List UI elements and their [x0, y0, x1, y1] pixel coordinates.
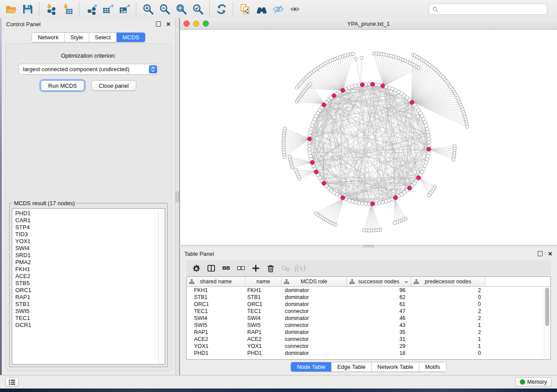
zoom-out-button[interactable]: [157, 3, 172, 16]
delete-column-button[interactable]: [264, 262, 277, 275]
mcds-result-item[interactable]: ORC1: [15, 287, 165, 294]
mcds-result-item[interactable]: FKH1: [15, 266, 165, 273]
tab-network-table[interactable]: Network Table: [372, 362, 419, 371]
tab-motifs[interactable]: Motifs: [419, 362, 446, 371]
float-panel-icon[interactable]: [156, 21, 161, 27]
binoculars-icon: [256, 3, 267, 15]
mcds-result-item[interactable]: STP4: [15, 224, 165, 231]
zoom-fit-button[interactable]: [174, 3, 189, 16]
table-row-SWI5[interactable]: SWI5SWI5connector431: [187, 322, 550, 329]
toolbar-separator: [233, 2, 234, 16]
column-visibility-button[interactable]: [204, 262, 218, 275]
table-scrollbar-thumb[interactable]: [545, 288, 549, 326]
save-session-button[interactable]: [20, 3, 35, 16]
close-panel-icon[interactable]: ✕: [166, 21, 171, 27]
tab-select[interactable]: Select: [89, 33, 117, 42]
mcds-result-legend: MCDS result (17 nodes): [13, 200, 76, 206]
clone-network-button[interactable]: [238, 3, 253, 16]
column-header-name[interactable]: name: [246, 277, 281, 286]
deselect-all-rows-button[interactable]: [234, 262, 247, 275]
tab-edge-table[interactable]: Edge Table: [332, 362, 372, 371]
table-row-RAP1[interactable]: RAP1RAP1dominator352: [187, 329, 550, 336]
mcds-result-item[interactable]: TEC1: [15, 315, 165, 322]
mcds-result-item[interactable]: SRD1: [15, 252, 165, 259]
run-mcds-button[interactable]: Run MCDS: [41, 80, 84, 91]
vertical-splitter[interactable]: [175, 18, 180, 375]
table-row-STB1[interactable]: STB1STB1dominator620: [187, 294, 550, 301]
table-settings-button[interactable]: [190, 262, 203, 275]
cell: ACE2: [187, 336, 246, 342]
mcds-result-item[interactable]: GCR1: [15, 322, 165, 329]
mcds-result-item[interactable]: TID3: [15, 231, 165, 238]
shared-column-icon: [189, 279, 194, 285]
open-file-button[interactable]: [3, 3, 18, 16]
column-header-shared-name[interactable]: shared name: [187, 277, 246, 286]
mcds-result-item[interactable]: SWI4: [15, 245, 165, 252]
table-row-TEC1[interactable]: TEC1TEC1connector472: [187, 308, 550, 315]
task-history-button[interactable]: [5, 377, 19, 387]
select-all-rows-button[interactable]: [219, 262, 232, 275]
splitter-handle[interactable]: [176, 192, 179, 202]
cell: connector: [281, 322, 347, 328]
table-row-PHD1[interactable]: PHD1PHD1dominator180: [187, 350, 550, 357]
cell: FKH1: [246, 287, 281, 293]
close-panel-button[interactable]: Close panel: [91, 80, 136, 91]
cell: 2: [411, 315, 485, 321]
column-header-MCDS-role[interactable]: MCDS role: [281, 277, 347, 286]
zoom-in-button[interactable]: [141, 3, 156, 16]
export-table-button[interactable]: [100, 3, 115, 16]
export-image-button[interactable]: [117, 3, 132, 16]
mcds-list-scrollbar[interactable]: [158, 209, 164, 364]
mcds-result-item[interactable]: CAR1: [15, 217, 165, 224]
mcds-result-item[interactable]: YOX1: [15, 238, 165, 245]
mcds-result-item[interactable]: PMA2: [15, 259, 165, 266]
mcds-result-item[interactable]: STB5: [15, 280, 165, 287]
float-panel-icon[interactable]: [538, 251, 543, 256]
mcds-result-list[interactable]: PHD1CAR1STP4TID3YOX1SWI4SRD1PMA2FKH1ACE2…: [12, 208, 165, 364]
import-table-button[interactable]: [60, 3, 75, 16]
export-network-button[interactable]: [84, 3, 99, 16]
tab-node-table[interactable]: Node Table: [291, 362, 332, 371]
mcds-result-item[interactable]: PHD1: [15, 210, 165, 217]
search-icon: [432, 7, 438, 12]
mcds-result-item[interactable]: ACE2: [15, 273, 165, 280]
column-header-predecessor-nodes[interactable]: predecessor nodes: [411, 277, 485, 286]
memory-button[interactable]: Memory: [515, 377, 552, 387]
hide-selected-button[interactable]: [271, 3, 286, 16]
table-row-ORC1[interactable]: ORC1ORC1dominator610: [187, 301, 550, 308]
import-network-button[interactable]: [44, 3, 59, 16]
hide-eye-icon: [273, 3, 284, 15]
mcds-result-fieldset: MCDS result (17 nodes) PHD1CAR1STP4TID3Y…: [9, 200, 168, 367]
tab-style[interactable]: Style: [65, 33, 89, 42]
table-row-YOX1[interactable]: YOX1YOX1connector291: [187, 343, 550, 350]
cell: 2: [411, 308, 485, 314]
close-panel-icon[interactable]: ✕: [548, 251, 553, 257]
zoom-selected-button[interactable]: [190, 3, 205, 16]
show-all-button[interactable]: [287, 3, 302, 16]
search-input[interactable]: [440, 5, 547, 14]
control-panel-title: Control Panel: [6, 21, 41, 28]
mcds-result-item[interactable]: STB1: [15, 301, 165, 308]
copy-share-icon: [239, 3, 251, 15]
add-column-button[interactable]: [249, 262, 262, 275]
table-row-ACE2[interactable]: ACE2ACE2connector311: [187, 336, 550, 343]
deselect-all-icon: [237, 264, 245, 272]
table-row-SWI4[interactable]: SWI4SWI4dominator462: [187, 315, 550, 322]
network-canvas[interactable]: [180, 30, 557, 245]
mcds-result-item[interactable]: RAP1: [15, 294, 165, 301]
tab-network[interactable]: Network: [32, 33, 65, 42]
network-window-titlebar[interactable]: YPA_prune.txt_1: [180, 18, 557, 30]
search-box[interactable]: [429, 3, 547, 15]
network-nodes[interactable]: [282, 52, 469, 232]
mcds-result-item[interactable]: SWI5: [15, 308, 165, 315]
tab-mcds[interactable]: MCDS: [117, 33, 145, 42]
criterion-select[interactable]: largest connected component (undirected): [19, 64, 159, 75]
table-row-FKH1[interactable]: FKH1FKH1dominator962: [187, 287, 550, 294]
refresh-view-button[interactable]: [214, 3, 229, 16]
cell: ORC1: [246, 301, 281, 307]
column-header-successor-nodes[interactable]: successor nodes: [347, 277, 411, 286]
table-scrollbar[interactable]: [544, 287, 550, 359]
network-overview-button[interactable]: [254, 3, 269, 16]
cell: connector: [281, 336, 347, 342]
network-graph[interactable]: [180, 30, 557, 245]
